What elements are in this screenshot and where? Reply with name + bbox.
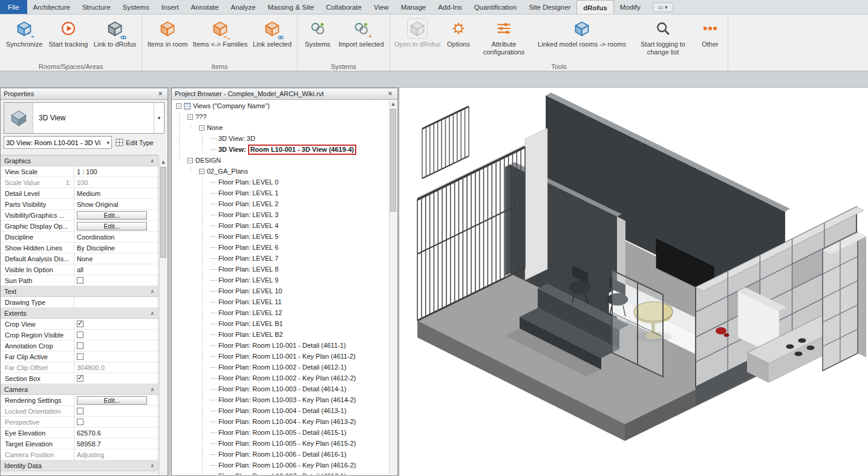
prop-value[interactable] — [74, 330, 158, 340]
prop-value[interactable]: 1 : 100 — [74, 166, 158, 177]
prop-value[interactable]: Adjusting — [74, 449, 158, 460]
synchronize-button[interactable]: Synchronize — [2, 16, 46, 62]
prop-value[interactable]: By Discipline — [74, 243, 158, 253]
link-selected-button[interactable]: Link selected — [250, 16, 295, 62]
tree-item[interactable]: Floor Plan: Room L10-001 - Key Plan (461… — [172, 351, 388, 362]
prop-value[interactable]: all — [74, 264, 158, 275]
tree-item[interactable]: Floor Plan: LEVEL 7 — [172, 253, 388, 264]
checkbox[interactable] — [77, 277, 83, 284]
section-header-identity-data[interactable]: Identity Data∧ — [1, 460, 158, 471]
prop-value[interactable] — [74, 406, 158, 416]
items-families-button[interactable]: Items <-> Families — [191, 16, 250, 62]
prop-value[interactable] — [74, 351, 158, 362]
chevron-down-icon[interactable]: ▾ — [154, 103, 164, 133]
edit-button[interactable]: Edit... — [77, 396, 147, 405]
tree-item[interactable]: Floor Plan: LEVEL 5 — [172, 231, 388, 242]
tree-item[interactable]: Floor Plan: LEVEL 10 — [172, 285, 388, 296]
tab-architecture[interactable]: Architecture — [27, 0, 76, 14]
tab-collaborate[interactable]: Collaborate — [320, 0, 368, 14]
tree-item[interactable]: Floor Plan: Room L10-005 - Detail (4615-… — [172, 427, 388, 438]
section-header-text[interactable]: Text∧ — [1, 286, 158, 297]
options-button[interactable]: Options — [442, 16, 475, 62]
expander-icon[interactable]: - — [199, 169, 204, 174]
collapse-icon[interactable]: ∧ — [150, 386, 154, 393]
collapse-icon[interactable]: ∧ — [150, 463, 154, 469]
tree-item[interactable]: -DESIGN — [172, 155, 388, 166]
close-icon[interactable]: × — [156, 90, 165, 98]
drawing-area[interactable] — [399, 88, 868, 476]
scrollbar-thumb[interactable] — [160, 167, 166, 258]
checkbox[interactable] — [77, 331, 83, 338]
attribute-configurations-button[interactable]: Attribute configurations — [475, 16, 533, 62]
prop-value[interactable] — [74, 373, 158, 383]
close-icon[interactable]: × — [386, 90, 394, 98]
tree-item[interactable]: Floor Plan: Room L10-006 - Key Plan (461… — [172, 460, 388, 471]
expander-icon[interactable]: - — [188, 158, 193, 163]
edit-type-button[interactable]: Edit Type — [114, 136, 165, 149]
tree-item[interactable]: Floor Plan: Room L10-004 - Key Plan (461… — [172, 416, 388, 427]
items-in-room-button[interactable]: Items in room — [145, 16, 191, 62]
ribbon-display-toggle[interactable]: ▭ ▾ — [653, 2, 673, 12]
tree-item[interactable]: Floor Plan: LEVEL 0 — [172, 177, 388, 187]
tab-annotate[interactable]: Annotate — [184, 0, 224, 14]
checkbox[interactable] — [77, 419, 83, 425]
collapse-icon[interactable]: ∧ — [150, 158, 154, 164]
side-shelf-unit[interactable] — [823, 232, 866, 371]
tree-item[interactable]: Floor Plan: Room L10-003 - Detail (4614-… — [172, 383, 388, 394]
checkbox[interactable] — [77, 353, 83, 360]
browser-scrollbar[interactable]: ▲ — [389, 100, 397, 475]
tab-massing-site[interactable]: Massing & Site — [261, 0, 320, 14]
properties-scrollbar[interactable]: ▲ — [159, 158, 167, 475]
edit-button[interactable]: Edit... — [77, 222, 147, 230]
prop-value[interactable]: Edit... — [74, 395, 158, 405]
prop-value[interactable]: 58958.7 — [74, 439, 158, 449]
tab-add-ins[interactable]: Add-Ins — [432, 0, 468, 14]
prop-value[interactable]: None — [74, 253, 158, 264]
tree-item[interactable]: -Views ("Company Name") — [172, 100, 388, 111]
tab-structure[interactable]: Structure — [76, 0, 117, 14]
prop-value[interactable]: Medium — [74, 188, 158, 198]
tree-item[interactable]: -02_GA_Plans — [172, 166, 388, 177]
tree-item[interactable]: 3D View: 3D — [172, 133, 388, 144]
tree-item[interactable]: Floor Plan: LEVEL 9 — [172, 275, 388, 285]
expander-icon[interactable]: - — [199, 125, 204, 131]
tree-item[interactable]: Floor Plan: Room L10-001 - Detail (4611-… — [172, 340, 388, 351]
type-selector[interactable]: 3D View ▾ — [4, 102, 165, 134]
prop-value[interactable]: 100 — [74, 177, 158, 187]
tree-item[interactable]: Floor Plan: Room L10-005 - Key Plan (461… — [172, 438, 388, 449]
tree-item[interactable]: -None — [172, 122, 388, 133]
prop-value[interactable] — [74, 341, 158, 351]
checkbox[interactable] — [77, 342, 83, 349]
room-3d-view[interactable] — [399, 88, 868, 476]
tab-systems[interactable]: Systems — [117, 0, 155, 14]
prop-value[interactable] — [74, 319, 158, 329]
systems-button[interactable]: Systems — [300, 16, 335, 62]
expander-icon[interactable]: - — [176, 103, 181, 109]
start-tracking-button[interactable]: Start tracking — [46, 16, 91, 62]
prop-value[interactable] — [74, 275, 158, 285]
prop-value[interactable] — [74, 417, 158, 427]
tree-item[interactable]: Floor Plan: LEVEL 11 — [172, 296, 388, 307]
tree-item[interactable]: Floor Plan: Room L10-004 - Detail (4613-… — [172, 405, 388, 416]
prop-value[interactable]: Edit... — [74, 210, 158, 220]
collapse-icon[interactable]: ∧ — [150, 310, 154, 316]
upper-balcony-railing[interactable] — [422, 106, 469, 178]
project-browser-header[interactable]: Project Browser - Complex_Model_ARCH_Wik… — [172, 88, 397, 100]
scroll-up-icon[interactable]: ▲ — [160, 158, 167, 166]
tree-item[interactable]: Floor Plan: LEVEL 3 — [172, 209, 388, 220]
return-wall[interactable] — [525, 128, 547, 280]
prop-value[interactable]: 304800.0 — [74, 362, 158, 373]
tab-view[interactable]: View — [368, 0, 395, 14]
prop-value[interactable] — [74, 297, 158, 307]
expander-icon[interactable]: - — [188, 114, 193, 120]
tree-item[interactable]: Floor Plan: Room L10-006 - Detail (4616-… — [172, 449, 388, 460]
tree-item[interactable]: Floor Plan: LEVEL 8 — [172, 264, 388, 275]
section-header-extents[interactable]: Extents∧ — [1, 308, 158, 319]
prop-value[interactable]: Show Original — [74, 199, 158, 209]
tree-item[interactable]: Floor Plan: Room L10-002 - Detail (4612-… — [172, 362, 388, 373]
tab-quantification[interactable]: Quantification — [468, 0, 523, 14]
checkbox[interactable] — [77, 321, 83, 327]
link-to-drofus-button[interactable]: Link to dRofus — [91, 16, 139, 62]
section-header-graphics[interactable]: Graphics∧ — [1, 155, 158, 166]
tree-item[interactable]: Floor Plan: LEVEL 1 — [172, 187, 388, 198]
